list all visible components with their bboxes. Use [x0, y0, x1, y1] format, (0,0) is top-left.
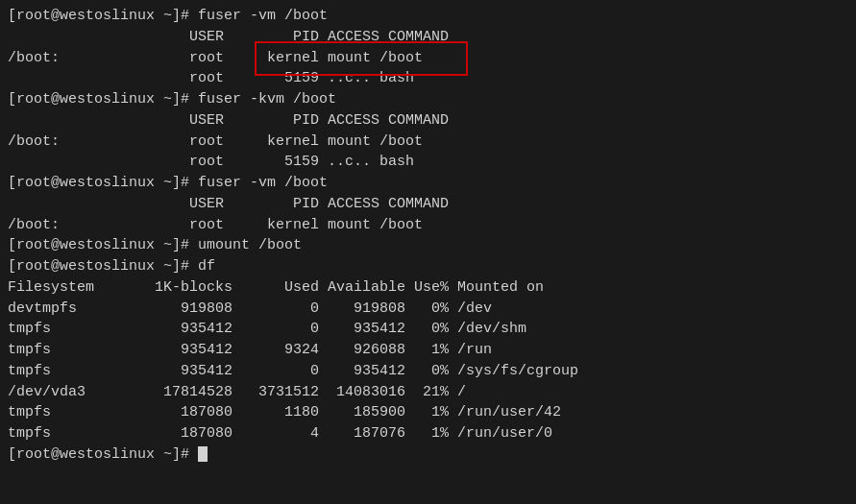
terminal-line: /boot: root kernel mount /boot: [8, 132, 848, 153]
terminal-line: /boot: root kernel mount /boot: [8, 48, 848, 69]
terminal-line: [root@westoslinux ~]# fuser -vm /boot: [8, 6, 848, 27]
terminal-cursor: [198, 446, 208, 462]
terminal-window: [root@westoslinux ~]# fuser -vm /boot US…: [0, 0, 856, 504]
terminal-line: tmpfs 187080 4 187076 1% /run/user/0: [8, 423, 848, 444]
terminal-line: root 5159 ..c.. bash: [8, 68, 848, 89]
terminal-line: Filesystem 1K-blocks Used Available Use%…: [8, 277, 848, 299]
terminal-line: [root@westoslinux ~]# fuser -vm /boot: [8, 173, 848, 194]
terminal-line: [root@westoslinux ~]#: [8, 444, 848, 466]
terminal-line: tmpfs 187080 1180 185900 1% /run/user/42: [8, 402, 848, 423]
terminal-line: /dev/vda3 17814528 3731512 14083016 21% …: [8, 382, 848, 403]
terminal-line: tmpfs 935412 9324 926088 1% /run: [8, 340, 848, 361]
terminal-line: /boot: root kernel mount /boot: [8, 215, 848, 236]
terminal-line: [root@westoslinux ~]# umount /boot: [8, 235, 848, 256]
terminal-line: devtmpfs 919808 0 919808 0% /dev: [8, 299, 848, 320]
terminal-line: USER PID ACCESS COMMAND: [8, 110, 848, 132]
terminal-line: root 5159 ..c.. bash: [8, 152, 848, 173]
terminal-line: tmpfs 935412 0 935412 0% /sys/fs/cgroup: [8, 361, 848, 382]
terminal-line: USER PID ACCESS COMMAND: [8, 194, 848, 215]
terminal-line: [root@westoslinux ~]# fuser -kvm /boot: [8, 89, 848, 110]
terminal-line: tmpfs 935412 0 935412 0% /dev/shm: [8, 319, 848, 340]
terminal-line: USER PID ACCESS COMMAND: [8, 27, 848, 48]
terminal-line: [root@westoslinux ~]# df: [8, 256, 848, 277]
